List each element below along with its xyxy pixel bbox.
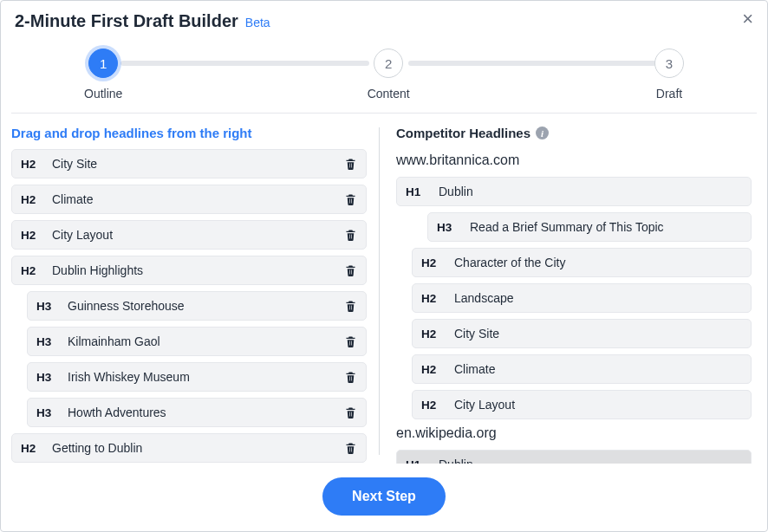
competitor-headline[interactable]: H2City Site	[412, 319, 752, 348]
outline-item[interactable]: H3Kilmainham Gaol	[27, 327, 367, 356]
competitor-headline[interactable]: H3Read a Brief Summary of This Topic	[427, 212, 752, 242]
heading-text: Kilmainham Gaol	[68, 334, 334, 348]
modal-title: 2-Minute First Draft Builder	[15, 11, 238, 31]
heading-tag: H2	[21, 229, 42, 242]
trash-icon[interactable]	[344, 441, 357, 455]
heading-tag: H2	[421, 399, 442, 412]
heading-tag: H3	[437, 221, 458, 234]
step-draft[interactable]: 3 Draft	[654, 49, 684, 101]
heading-tag: H1	[406, 458, 426, 464]
info-icon[interactable]: i	[536, 127, 549, 139]
outline-list[interactable]: H2City SiteH2ClimateH2City LayoutH2Dubli…	[11, 149, 372, 464]
modal-body: Drag and drop headlines from the right H…	[1, 114, 767, 464]
outline-item[interactable]: H2Climate	[11, 185, 367, 214]
heading-tag: H2	[421, 256, 442, 269]
heading-text: Dublin	[439, 457, 742, 464]
heading-tag: H1	[406, 185, 426, 198]
outline-item[interactable]: H2Getting to Dublin	[11, 433, 367, 463]
trash-icon[interactable]	[344, 370, 357, 384]
heading-text: City Site	[52, 157, 334, 171]
heading-text: Character of the City	[454, 256, 742, 269]
heading-tag: H3	[36, 335, 57, 348]
heading-tag: H2	[21, 158, 42, 171]
heading-tag: H2	[421, 363, 442, 376]
modal-header: 2-Minute First Draft Builder Beta × 1 Ou…	[1, 1, 767, 113]
heading-tag: H2	[21, 442, 42, 455]
step-line	[120, 61, 368, 66]
competitor-headline[interactable]: H2Character of the City	[412, 248, 752, 277]
beta-badge: Beta	[245, 16, 270, 29]
heading-tag: H3	[36, 371, 57, 384]
heading-tag: H2	[421, 292, 442, 305]
heading-text: City Layout	[52, 228, 334, 242]
heading-text: Landscape	[454, 291, 742, 305]
step-line	[408, 61, 656, 66]
trash-icon[interactable]	[344, 299, 357, 313]
step-circle: 2	[374, 49, 403, 78]
competitor-headline[interactable]: H1Dublin	[396, 177, 752, 206]
heading-text: Dublin	[439, 185, 742, 198]
heading-text: Read a Brief Summary of This Topic	[470, 220, 742, 234]
heading-text: City Layout	[454, 398, 742, 412]
competitor-title-text: Competitor Headlines	[396, 126, 530, 140]
competitor-headline[interactable]: H1Dublin	[396, 450, 752, 464]
outline-item[interactable]: H2City Site	[11, 149, 367, 178]
draft-builder-modal: 2-Minute First Draft Builder Beta × 1 Ou…	[0, 0, 768, 532]
step-label: Outline	[84, 87, 122, 101]
step-circle: 3	[654, 49, 684, 78]
stepper: 1 Outline 2 Content 3 Draft	[15, 31, 753, 113]
step-label: Content	[368, 87, 410, 101]
trash-icon[interactable]	[344, 157, 357, 171]
trash-icon[interactable]	[344, 263, 357, 277]
trash-icon[interactable]	[344, 334, 357, 348]
competitor-column-title: Competitor Headlines i	[396, 126, 757, 140]
outline-column: Drag and drop headlines from the right H…	[11, 124, 379, 464]
heading-tag: H3	[36, 406, 57, 419]
heading-text: Howth Adventures	[68, 405, 334, 419]
heading-text: Getting to Dublin	[52, 441, 334, 455]
heading-tag: H2	[421, 328, 442, 341]
outline-item[interactable]: H3Guinness Storehouse	[27, 291, 367, 321]
heading-text: City Site	[454, 327, 742, 341]
heading-text: Irish Whiskey Museum	[68, 370, 334, 384]
trash-icon[interactable]	[344, 405, 357, 419]
modal-footer: Next Step	[1, 464, 767, 531]
step-content[interactable]: 2 Content	[368, 49, 410, 101]
heading-tag: H2	[21, 264, 42, 277]
close-icon[interactable]: ×	[742, 10, 753, 29]
outline-item[interactable]: H3Howth Adventures	[27, 398, 367, 427]
competitor-domain: www.britannica.com	[396, 152, 752, 168]
heading-text: Climate	[52, 192, 334, 206]
heading-tag: H3	[36, 300, 57, 313]
step-label: Draft	[656, 87, 682, 101]
outline-item[interactable]: H3Irish Whiskey Museum	[27, 362, 367, 392]
heading-text: Climate	[454, 362, 742, 376]
trash-icon[interactable]	[344, 192, 357, 206]
competitor-headline[interactable]: H2Climate	[412, 354, 752, 384]
next-step-button[interactable]: Next Step	[322, 477, 446, 516]
outline-item[interactable]: H2City Layout	[11, 220, 367, 250]
competitor-column: Competitor Headlines i www.britannica.co…	[379, 124, 757, 464]
column-divider	[379, 127, 380, 455]
competitor-headline[interactable]: H2Landscape	[412, 283, 752, 313]
competitor-domain: en.wikipedia.org	[396, 425, 752, 441]
competitor-headline[interactable]: H2City Layout	[412, 390, 752, 419]
step-circle: 1	[88, 49, 118, 78]
heading-tag: H2	[21, 193, 42, 206]
step-outline[interactable]: 1 Outline	[84, 49, 122, 101]
outline-item[interactable]: H2Dublin Highlights	[11, 256, 367, 285]
trash-icon[interactable]	[344, 228, 357, 242]
competitor-list[interactable]: www.britannica.comH1DublinH3Read a Brief…	[396, 149, 757, 464]
heading-text: Dublin Highlights	[52, 263, 334, 277]
heading-text: Guinness Storehouse	[68, 299, 334, 313]
outline-column-title: Drag and drop headlines from the right	[11, 126, 372, 140]
